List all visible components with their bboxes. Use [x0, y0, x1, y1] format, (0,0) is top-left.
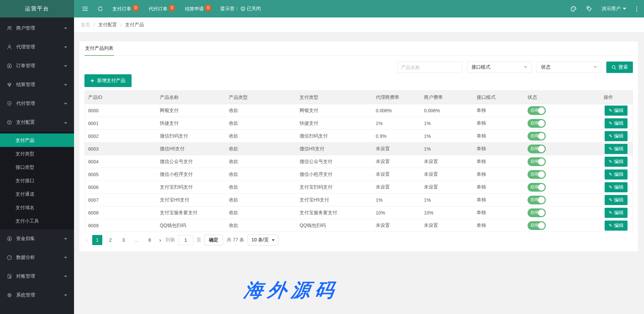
sound-notice[interactable]: 提示音： 已关闭	[220, 6, 261, 12]
refresh-icon[interactable]	[98, 6, 103, 11]
cell-agent-rate[interactable]: 0.008%	[372, 104, 421, 117]
page-number-2[interactable]: 2	[105, 235, 115, 245]
topbar-tabs: 支付订单0代付订单0结算申请0	[112, 6, 211, 12]
table-row: 8002 微信扫码支付 收款 微信扫码支付 0.9% 1% 单独 启用 ✎ 编辑	[85, 130, 633, 143]
sidebar-item-system[interactable]: 系统管理	[0, 286, 74, 305]
search-button[interactable]: 搜索	[606, 62, 633, 73]
cell-agent-rate[interactable]: 1%	[372, 117, 421, 130]
edit-button[interactable]: ✎ 编辑	[605, 195, 628, 205]
confirm-page-button[interactable]: 确定	[204, 235, 223, 245]
column-header: 状态	[524, 91, 597, 104]
status-toggle[interactable]: 启用	[528, 208, 546, 217]
column-header: 支付类型	[296, 91, 372, 104]
per-page-select[interactable]: 10 条/页	[248, 235, 278, 245]
page-number-8[interactable]: 8	[145, 235, 155, 245]
prev-page-icon[interactable]: ‹	[84, 237, 89, 244]
sidebar-item-label: 支付配置	[16, 119, 64, 125]
sidebar-item-label: 系统管理	[16, 292, 64, 298]
sidebar-item-fund-collection[interactable]: 资金归集	[0, 229, 74, 248]
breadcrumb-pay-config[interactable]: 支付配置	[98, 22, 117, 28]
cell-merchant-rate[interactable]: 1%	[421, 194, 473, 206]
status-toggle-label: 启用	[530, 108, 538, 113]
page-number-1[interactable]: 1	[92, 235, 102, 245]
edit-button-label: 编辑	[614, 223, 623, 229]
search-button-label: 搜索	[618, 64, 628, 70]
status-toggle-label: 启用	[530, 223, 538, 228]
add-pay-product-button[interactable]: + 新增支付产品	[84, 74, 132, 87]
status-toggle[interactable]: 启用	[528, 196, 546, 204]
status-toggle-knob	[538, 146, 545, 152]
status-select-value: 状态	[541, 64, 550, 70]
sidebar-item-reconciliation[interactable]: 对账管理	[0, 267, 74, 286]
tab-pay-product-list[interactable]: 支付产品列表	[84, 41, 114, 55]
column-header: 接口模式	[473, 91, 524, 104]
sidebar-subitem-pay-channel[interactable]: 支付通道	[0, 187, 74, 201]
sidebar-subitem-interface-type[interactable]: 接口类型	[0, 160, 74, 174]
cell-agent-rate[interactable]: 0.9%	[372, 130, 421, 143]
edit-button-label: 编辑	[614, 133, 623, 139]
edit-button[interactable]: ✎ 编辑	[605, 144, 628, 154]
status-toggle[interactable]: 启用	[528, 145, 546, 153]
edit-button[interactable]: ✎ 编辑	[605, 131, 628, 141]
status-toggle[interactable]: 启用	[528, 170, 546, 179]
status-toggle[interactable]: 启用	[528, 106, 546, 115]
palette-icon[interactable]	[570, 6, 577, 12]
edit-button[interactable]: ✎ 编辑	[605, 106, 628, 116]
status-toggle[interactable]: 启用	[528, 183, 546, 192]
sidebar-subitem-pay-domain[interactable]: 支付域名	[0, 201, 74, 214]
sidebar-item-merchant[interactable]: 商户管理	[0, 19, 74, 38]
sidebar-item-pay-config[interactable]: 支付配置	[0, 113, 74, 132]
edit-button[interactable]: ✎ 编辑	[605, 208, 628, 218]
edit-button[interactable]: ✎ 编辑	[605, 118, 628, 128]
main-column: 支付订单0代付订单0结算申请0 提示音： 已关闭 演示用户	[74, 0, 644, 314]
topbar-tab-settlement-apply[interactable]: 结算申请0	[185, 6, 211, 12]
sidebar-item-order[interactable]: 订单管理	[0, 56, 74, 75]
sidebar-item-settlement[interactable]: 结算管理	[0, 75, 74, 94]
edit-button[interactable]: ✎ 编辑	[605, 221, 628, 231]
status-toggle[interactable]: 启用	[528, 157, 546, 166]
sidebar-subitem-pay-type[interactable]: 支付类型	[0, 147, 74, 160]
cell-pay-type: 微信公众号支付	[296, 155, 372, 168]
search-icon	[611, 65, 616, 70]
interface-mode-select[interactable]: 接口模式	[467, 62, 532, 73]
topbar-tab-payout-order[interactable]: 代付订单0	[149, 6, 175, 12]
sidebar-subitem-pay-tools[interactable]: 支付小工具	[0, 214, 74, 228]
edit-button[interactable]: ✎ 编辑	[605, 157, 628, 167]
edit-button[interactable]: ✎ 编辑	[605, 182, 628, 192]
chevron-down-icon	[64, 103, 67, 105]
next-page-icon[interactable]: ›	[158, 237, 163, 244]
topbar-tab-pay-order[interactable]: 支付订单0	[112, 6, 139, 12]
status-toggle-knob	[538, 184, 545, 191]
status-toggle[interactable]: 启用	[528, 132, 546, 141]
sidebar-subitem-pay-interface[interactable]: 支付接口	[0, 174, 74, 187]
status-toggle[interactable]: 启用	[528, 221, 546, 230]
cell-interface-mode: 单独	[473, 181, 524, 194]
goto-page-input[interactable]	[178, 235, 193, 245]
sidebar-item-agent[interactable]: 代理管理	[0, 38, 74, 56]
sidebar-subitem-pay-product[interactable]: 支付产品	[0, 133, 74, 147]
sidebar-item-payout[interactable]: 代付管理	[0, 94, 74, 113]
status-toggle[interactable]: 启用	[528, 119, 546, 128]
tag-icon[interactable]	[586, 6, 592, 12]
product-name-input[interactable]	[397, 62, 462, 73]
cell-merchant-rate[interactable]: 0.008%	[421, 104, 473, 117]
page-number-3[interactable]: 3	[118, 235, 129, 245]
collapse-menu-icon[interactable]	[82, 6, 88, 11]
cell-merchant-rate[interactable]: 1%	[421, 143, 473, 155]
user-menu[interactable]: 演示用户	[602, 6, 626, 12]
sidebar-item-data-analysis[interactable]: 数据分析	[0, 248, 74, 267]
cell-merchant-rate[interactable]: 1%	[421, 117, 473, 130]
edit-button[interactable]: ✎ 编辑	[605, 169, 628, 180]
table-row: 8001 快捷支付 收款 快捷支付 1% 1% 单独 启用 ✎ 编辑	[85, 117, 633, 130]
cell-agent-rate[interactable]: 10%	[372, 206, 421, 219]
more-options-icon[interactable]	[636, 6, 638, 12]
status-select[interactable]: 状态	[537, 62, 601, 73]
chevron-down-icon	[64, 65, 67, 67]
cell-interface-mode: 单独	[473, 194, 524, 206]
table-row: 8007 支付宝H5支付 收款 支付宝H5支付 1% 1% 单独 启用 ✎ 编辑	[85, 194, 633, 206]
cell-merchant-rate[interactable]: 1%	[421, 130, 473, 143]
cell-agent-rate[interactable]: 1%	[372, 194, 421, 206]
cell-merchant-rate[interactable]: 10%	[421, 206, 473, 219]
breadcrumb-home[interactable]: 首页	[81, 22, 90, 28]
cell-product-id: 8008	[85, 206, 156, 219]
